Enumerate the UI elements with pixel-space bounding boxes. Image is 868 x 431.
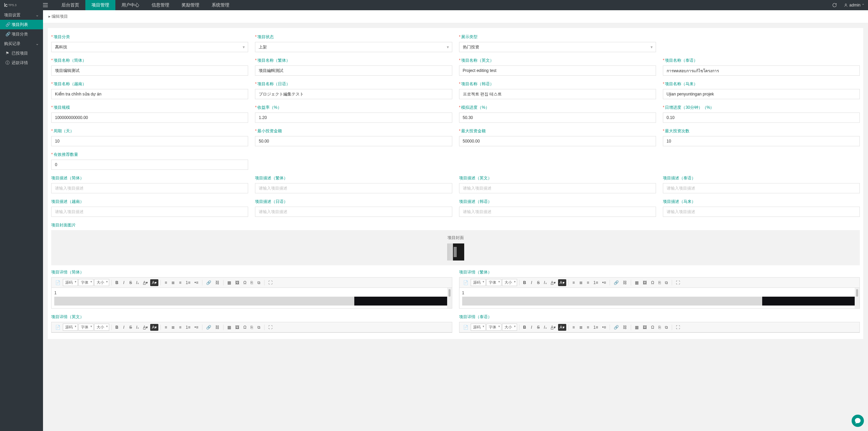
tb-backcolor-icon[interactable]: A▾ bbox=[558, 279, 566, 286]
input-name-ja[interactable] bbox=[255, 89, 452, 99]
tb-pagebreak-icon[interactable]: ⎘ bbox=[656, 324, 663, 331]
tb-size-select[interactable]: 大小 bbox=[502, 279, 517, 286]
editor-scrollbar[interactable] bbox=[447, 288, 452, 308]
tb-italic-icon[interactable]: I bbox=[528, 324, 535, 331]
tb-align-center-icon[interactable]: ≣ bbox=[578, 324, 584, 331]
tb-clear-icon[interactable]: Iₓ bbox=[134, 324, 141, 331]
tb-omega-icon[interactable]: Ω bbox=[649, 279, 656, 286]
select-display-type[interactable] bbox=[459, 42, 656, 52]
tb-italic-icon[interactable]: I bbox=[121, 324, 127, 331]
nav-info-mgmt[interactable]: 信息管理 bbox=[145, 0, 175, 10]
sidebar-group-purchase-records[interactable]: 购买记录 bbox=[0, 39, 43, 48]
tb-font-select[interactable]: 字体 bbox=[486, 324, 501, 331]
tb-link-icon[interactable]: 🔗 bbox=[204, 324, 213, 331]
tb-pagebreak-icon[interactable]: ⎘ bbox=[656, 279, 663, 286]
tb-unlink-icon[interactable]: ⛓ bbox=[621, 279, 629, 286]
tb-size-select[interactable]: 大小 bbox=[94, 279, 109, 286]
editor-scrollbar[interactable] bbox=[855, 288, 859, 308]
input-name-ko[interactable] bbox=[459, 89, 656, 99]
input-desc-en[interactable] bbox=[459, 183, 656, 193]
input-yield[interactable] bbox=[255, 113, 452, 123]
tb-strike-icon[interactable]: S bbox=[535, 324, 541, 331]
tb-pagebreak-icon[interactable]: ⎘ bbox=[249, 324, 255, 331]
tb-fullscreen-icon[interactable]: ⛶ bbox=[674, 324, 682, 331]
sidebar-item-project-category[interactable]: 🔗 项目分类 bbox=[0, 29, 43, 39]
input-desc-th[interactable] bbox=[663, 183, 860, 193]
menu-toggle-icon[interactable] bbox=[43, 3, 55, 7]
nav-project-mgmt[interactable]: 项目管理 bbox=[85, 0, 115, 10]
tb-list-ul-icon[interactable]: •≡ bbox=[193, 324, 200, 331]
tb-link-icon[interactable]: 🔗 bbox=[612, 279, 621, 286]
tb-align-center-icon[interactable]: ≣ bbox=[170, 324, 176, 331]
input-sim-progress[interactable] bbox=[459, 113, 656, 123]
tb-source-icon[interactable]: 📄 bbox=[461, 279, 470, 286]
tb-strike-icon[interactable]: S bbox=[128, 324, 134, 331]
tb-list-ol-icon[interactable]: 1≡ bbox=[184, 279, 192, 286]
tb-align-center-icon[interactable]: ≣ bbox=[170, 279, 176, 286]
tb-source-icon[interactable]: 📄 bbox=[461, 324, 470, 331]
tb-clear-icon[interactable]: Iₓ bbox=[542, 279, 548, 286]
input-scale[interactable] bbox=[51, 113, 248, 123]
refresh-icon[interactable] bbox=[832, 3, 837, 8]
input-inc-progress[interactable] bbox=[663, 113, 860, 123]
tb-align-right-icon[interactable]: ≡ bbox=[585, 324, 591, 331]
tb-align-right-icon[interactable]: ≡ bbox=[177, 279, 183, 286]
select-status[interactable] bbox=[255, 42, 452, 52]
tb-italic-icon[interactable]: I bbox=[528, 279, 535, 286]
tb-unlink-icon[interactable]: ⛓ bbox=[621, 324, 629, 331]
input-max-invest[interactable] bbox=[459, 136, 656, 146]
tb-backcolor-icon[interactable]: A▾ bbox=[558, 324, 566, 331]
tb-list-ol-icon[interactable]: 1≡ bbox=[592, 279, 600, 286]
input-desc-ms[interactable] bbox=[663, 207, 860, 217]
tb-fullscreen-icon[interactable]: ⛶ bbox=[267, 279, 274, 286]
tb-list-ol-icon[interactable]: 1≡ bbox=[592, 324, 600, 331]
tb-bold-icon[interactable]: B bbox=[522, 279, 528, 286]
tb-align-center-icon[interactable]: ≣ bbox=[578, 279, 584, 286]
nav-user-center[interactable]: 用户中心 bbox=[115, 0, 145, 10]
tb-strike-icon[interactable]: S bbox=[128, 279, 134, 286]
input-period[interactable] bbox=[51, 136, 248, 146]
input-desc-vi[interactable] bbox=[51, 207, 248, 217]
tb-fullscreen-icon[interactable]: ⛶ bbox=[674, 279, 682, 286]
input-name-vi[interactable] bbox=[51, 89, 248, 99]
input-name-cn[interactable] bbox=[51, 65, 248, 76]
input-desc-ko[interactable] bbox=[459, 207, 656, 217]
sidebar-group-project-settings[interactable]: 项目设置 bbox=[0, 10, 43, 20]
tb-size-select[interactable]: 大小 bbox=[502, 324, 517, 331]
tb-source-select[interactable]: 源码 bbox=[63, 324, 78, 331]
tb-forecolor-icon[interactable]: A▾ bbox=[141, 324, 150, 331]
tb-strike-icon[interactable]: S bbox=[535, 279, 541, 286]
input-rec-count[interactable] bbox=[51, 160, 248, 170]
tb-unlink-icon[interactable]: ⛓ bbox=[214, 279, 221, 286]
tb-source-select[interactable]: 源码 bbox=[63, 279, 78, 286]
input-name-en[interactable] bbox=[459, 65, 656, 76]
editor-body[interactable]: 1 bbox=[459, 288, 860, 308]
sidebar-item-project-list[interactable]: 🔗 项目列表 bbox=[0, 20, 43, 29]
tb-omega-icon[interactable]: Ω bbox=[242, 324, 248, 331]
tb-code-icon[interactable]: ⧉ bbox=[256, 324, 262, 331]
tb-bold-icon[interactable]: B bbox=[114, 279, 120, 286]
tb-table-icon[interactable]: ▦ bbox=[633, 324, 640, 331]
tb-clear-icon[interactable]: Iₓ bbox=[542, 324, 548, 331]
tb-table-icon[interactable]: ▦ bbox=[226, 324, 233, 331]
input-max-times[interactable] bbox=[663, 136, 860, 146]
tb-list-ol-icon[interactable]: 1≡ bbox=[184, 324, 192, 331]
tb-source-icon[interactable]: 📄 bbox=[54, 324, 62, 331]
tb-pagebreak-icon[interactable]: ⎘ bbox=[249, 279, 255, 286]
tb-unlink-icon[interactable]: ⛓ bbox=[214, 324, 221, 331]
tb-code-icon[interactable]: ⧉ bbox=[663, 279, 670, 286]
tb-image-icon[interactable]: 🖼 bbox=[233, 279, 241, 286]
tb-list-ul-icon[interactable]: •≡ bbox=[600, 279, 608, 286]
input-desc-tw[interactable] bbox=[255, 183, 452, 193]
tb-forecolor-icon[interactable]: A▾ bbox=[549, 324, 557, 331]
tb-omega-icon[interactable]: Ω bbox=[649, 324, 656, 331]
tb-align-left-icon[interactable]: ≡ bbox=[571, 279, 577, 286]
input-name-ms[interactable] bbox=[663, 89, 860, 99]
tb-list-ul-icon[interactable]: •≡ bbox=[600, 324, 608, 331]
tb-source-select[interactable]: 源码 bbox=[471, 279, 486, 286]
sidebar-item-repayment[interactable]: ⓘ 还款详情 bbox=[0, 58, 43, 68]
input-min-invest[interactable] bbox=[255, 136, 452, 146]
tb-align-left-icon[interactable]: ≡ bbox=[163, 324, 169, 331]
tb-size-select[interactable]: 大小 bbox=[94, 324, 109, 331]
editor-body[interactable]: 1 bbox=[52, 288, 452, 308]
